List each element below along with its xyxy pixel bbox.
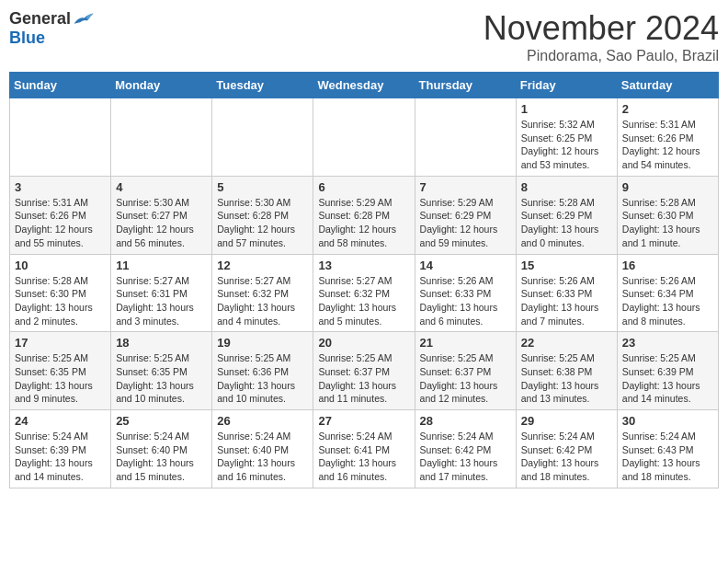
day-info: Sunrise: 5:28 AMSunset: 6:30 PMDaylight:… (622, 196, 713, 250)
day-number: 22 (521, 336, 612, 350)
calendar-cell: 27Sunrise: 5:24 AMSunset: 6:41 PMDayligh… (313, 410, 415, 488)
day-number: 26 (217, 414, 308, 428)
calendar-cell: 12Sunrise: 5:27 AMSunset: 6:32 PMDayligh… (212, 254, 313, 332)
logo: General Blue (9, 9, 95, 48)
day-number: 21 (420, 336, 511, 350)
calendar-header-monday: Monday (111, 73, 212, 98)
calendar-cell: 30Sunrise: 5:24 AMSunset: 6:43 PMDayligh… (617, 410, 718, 488)
day-info: Sunrise: 5:25 AMSunset: 6:38 PMDaylight:… (521, 351, 612, 406)
day-number: 18 (116, 336, 207, 350)
day-number: 3 (15, 180, 106, 194)
calendar-header-sunday: Sunday (10, 73, 111, 98)
calendar-week-row: 10Sunrise: 5:28 AMSunset: 6:30 PMDayligh… (10, 254, 719, 332)
calendar-cell: 23Sunrise: 5:25 AMSunset: 6:39 PMDayligh… (617, 332, 718, 410)
calendar-cell: 7Sunrise: 5:29 AMSunset: 6:29 PMDaylight… (415, 176, 516, 254)
calendar-cell: 2Sunrise: 5:31 AMSunset: 6:26 PMDaylight… (617, 98, 718, 177)
calendar-cell: 8Sunrise: 5:28 AMSunset: 6:29 PMDaylight… (516, 176, 617, 254)
day-number: 30 (622, 414, 713, 428)
day-number: 29 (521, 414, 612, 428)
day-number: 23 (622, 336, 713, 350)
day-number: 9 (622, 180, 713, 194)
calendar-cell: 15Sunrise: 5:26 AMSunset: 6:33 PMDayligh… (516, 254, 617, 332)
location-text: Pindorama, Sao Paulo, Brazil (483, 48, 719, 64)
day-info: Sunrise: 5:30 AMSunset: 6:28 PMDaylight:… (217, 196, 308, 250)
day-number: 10 (15, 259, 106, 272)
day-info: Sunrise: 5:24 AMSunset: 6:42 PMDaylight:… (521, 430, 612, 484)
day-number: 2 (622, 102, 713, 116)
calendar-cell (212, 98, 313, 177)
day-number: 11 (116, 259, 207, 272)
calendar-cell: 9Sunrise: 5:28 AMSunset: 6:30 PMDaylight… (617, 176, 718, 254)
logo-blue-text: Blue (9, 29, 45, 48)
day-info: Sunrise: 5:31 AMSunset: 6:26 PMDaylight:… (622, 118, 713, 172)
day-number: 15 (521, 259, 612, 272)
day-number: 17 (15, 336, 106, 350)
day-number: 27 (318, 414, 409, 428)
calendar-header-row: SundayMondayTuesdayWednesdayThursdayFrid… (10, 73, 719, 98)
day-info: Sunrise: 5:25 AMSunset: 6:37 PMDaylight:… (420, 351, 511, 406)
calendar-cell (111, 98, 212, 177)
calendar-cell: 19Sunrise: 5:25 AMSunset: 6:36 PMDayligh… (212, 332, 313, 410)
calendar-cell: 5Sunrise: 5:30 AMSunset: 6:28 PMDaylight… (212, 176, 313, 254)
calendar-cell (313, 98, 415, 177)
logo-general-text: General (9, 9, 71, 29)
day-info: Sunrise: 5:29 AMSunset: 6:28 PMDaylight:… (318, 196, 409, 250)
day-info: Sunrise: 5:27 AMSunset: 6:32 PMDaylight:… (217, 274, 308, 328)
calendar-cell: 21Sunrise: 5:25 AMSunset: 6:37 PMDayligh… (415, 332, 516, 410)
day-number: 16 (622, 259, 713, 272)
day-info: Sunrise: 5:25 AMSunset: 6:35 PMDaylight:… (15, 351, 106, 406)
day-info: Sunrise: 5:28 AMSunset: 6:30 PMDaylight:… (15, 274, 106, 328)
calendar-header-friday: Friday (516, 73, 617, 98)
day-info: Sunrise: 5:24 AMSunset: 6:41 PMDaylight:… (318, 430, 409, 484)
day-info: Sunrise: 5:32 AMSunset: 6:25 PMDaylight:… (521, 118, 612, 172)
day-info: Sunrise: 5:24 AMSunset: 6:40 PMDaylight:… (116, 430, 207, 484)
calendar-cell: 1Sunrise: 5:32 AMSunset: 6:25 PMDaylight… (516, 98, 617, 177)
calendar-cell: 18Sunrise: 5:25 AMSunset: 6:35 PMDayligh… (111, 332, 212, 410)
day-info: Sunrise: 5:25 AMSunset: 6:35 PMDaylight:… (116, 351, 207, 406)
day-info: Sunrise: 5:29 AMSunset: 6:29 PMDaylight:… (420, 196, 511, 250)
day-info: Sunrise: 5:24 AMSunset: 6:43 PMDaylight:… (622, 430, 713, 484)
day-number: 1 (521, 102, 612, 116)
title-section: November 2024 Pindorama, Sao Paulo, Braz… (483, 9, 719, 64)
day-info: Sunrise: 5:26 AMSunset: 6:33 PMDaylight:… (420, 274, 511, 328)
day-info: Sunrise: 5:26 AMSunset: 6:34 PMDaylight:… (622, 274, 713, 328)
day-number: 14 (420, 259, 511, 272)
calendar-header-thursday: Thursday (415, 73, 516, 98)
calendar-cell: 4Sunrise: 5:30 AMSunset: 6:27 PMDaylight… (111, 176, 212, 254)
day-number: 24 (15, 414, 106, 428)
logo-bird-icon (73, 10, 95, 29)
calendar-cell (10, 98, 111, 177)
calendar-cell: 6Sunrise: 5:29 AMSunset: 6:28 PMDaylight… (313, 176, 415, 254)
calendar-cell: 10Sunrise: 5:28 AMSunset: 6:30 PMDayligh… (10, 254, 111, 332)
calendar-header-tuesday: Tuesday (212, 73, 313, 98)
calendar-cell: 13Sunrise: 5:27 AMSunset: 6:32 PMDayligh… (313, 254, 415, 332)
calendar-cell: 11Sunrise: 5:27 AMSunset: 6:31 PMDayligh… (111, 254, 212, 332)
calendar-cell: 28Sunrise: 5:24 AMSunset: 6:42 PMDayligh… (415, 410, 516, 488)
day-number: 12 (217, 259, 308, 272)
day-info: Sunrise: 5:31 AMSunset: 6:26 PMDaylight:… (15, 196, 106, 250)
calendar-cell: 17Sunrise: 5:25 AMSunset: 6:35 PMDayligh… (10, 332, 111, 410)
day-info: Sunrise: 5:27 AMSunset: 6:32 PMDaylight:… (318, 274, 409, 328)
day-number: 25 (116, 414, 207, 428)
calendar-table: SundayMondayTuesdayWednesdayThursdayFrid… (9, 72, 719, 488)
calendar-cell: 29Sunrise: 5:24 AMSunset: 6:42 PMDayligh… (516, 410, 617, 488)
calendar-week-row: 1Sunrise: 5:32 AMSunset: 6:25 PMDaylight… (10, 98, 719, 177)
day-info: Sunrise: 5:24 AMSunset: 6:39 PMDaylight:… (15, 430, 106, 484)
day-info: Sunrise: 5:27 AMSunset: 6:31 PMDaylight:… (116, 274, 207, 328)
day-info: Sunrise: 5:25 AMSunset: 6:37 PMDaylight:… (318, 351, 409, 406)
day-info: Sunrise: 5:24 AMSunset: 6:40 PMDaylight:… (217, 430, 308, 484)
calendar-cell: 3Sunrise: 5:31 AMSunset: 6:26 PMDaylight… (10, 176, 111, 254)
day-info: Sunrise: 5:25 AMSunset: 6:36 PMDaylight:… (217, 351, 308, 406)
calendar-cell: 16Sunrise: 5:26 AMSunset: 6:34 PMDayligh… (617, 254, 718, 332)
calendar-header-wednesday: Wednesday (313, 73, 415, 98)
day-number: 6 (318, 180, 409, 194)
calendar-header-saturday: Saturday (617, 73, 718, 98)
calendar-cell: 20Sunrise: 5:25 AMSunset: 6:37 PMDayligh… (313, 332, 415, 410)
day-info: Sunrise: 5:30 AMSunset: 6:27 PMDaylight:… (116, 196, 207, 250)
day-number: 7 (420, 180, 511, 194)
calendar-cell: 14Sunrise: 5:26 AMSunset: 6:33 PMDayligh… (415, 254, 516, 332)
day-number: 5 (217, 180, 308, 194)
calendar-week-row: 17Sunrise: 5:25 AMSunset: 6:35 PMDayligh… (10, 332, 719, 410)
day-info: Sunrise: 5:28 AMSunset: 6:29 PMDaylight:… (521, 196, 612, 250)
calendar-week-row: 3Sunrise: 5:31 AMSunset: 6:26 PMDaylight… (10, 176, 719, 254)
